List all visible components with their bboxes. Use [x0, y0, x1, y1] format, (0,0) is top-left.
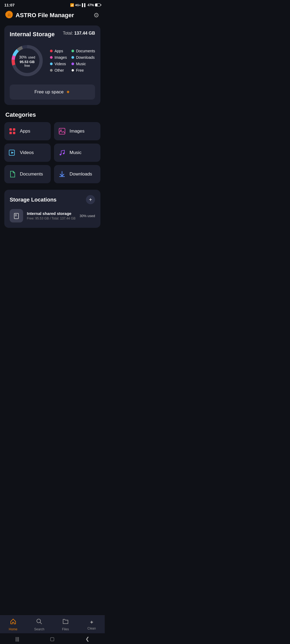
svg-rect-10 [59, 128, 65, 134]
search-nav-label: Search [34, 627, 44, 631]
legend-videos: Videos [50, 62, 67, 66]
clean-nav-icon: ✦ [89, 619, 94, 625]
storage-item-sub: Free: 95.53 GB / Total: 137.44 GB [27, 217, 76, 220]
battery-percent: 47% [88, 3, 94, 7]
storage-total: Total: 137.44 GB [63, 31, 95, 36]
category-music[interactable]: Music [54, 144, 100, 162]
downloads-label: Downloads [70, 171, 92, 177]
svg-marker-13 [11, 152, 14, 154]
legend-images: Images [50, 55, 67, 60]
videos-icon [9, 149, 16, 156]
storage-item-info: Internal shared storage Free: 95.53 GB /… [27, 211, 76, 220]
storage-item-name: Internal shared storage [27, 211, 76, 216]
category-images[interactable]: Images [54, 122, 100, 140]
wifi-icon: 📶 [70, 3, 74, 7]
music-icon [58, 149, 66, 156]
battery-icon [95, 3, 100, 6]
free-up-space-button[interactable]: Free up space ✦ [10, 85, 95, 100]
sparkle-icon: ✦ [66, 89, 70, 95]
internal-storage-card: Internal Storage Total: 137.44 GB [4, 25, 100, 105]
files-nav-label: Files [62, 627, 69, 631]
status-time: 11:07 [4, 3, 15, 7]
free-up-label: Free up space [34, 89, 64, 95]
android-nav-bar: ||| ▢ ❮ [0, 633, 105, 644]
svg-rect-6 [9, 128, 12, 131]
back-button[interactable]: ❮ [85, 636, 89, 642]
settings-button[interactable]: ⚙ [93, 12, 99, 19]
bottom-navigation: Home Search Files ✦ Clean [0, 615, 105, 633]
images-label: Images [70, 129, 85, 134]
nav-files[interactable]: Files [52, 616, 79, 633]
storage-item-icon [10, 209, 23, 222]
storage-title: Internal Storage [10, 31, 55, 38]
apps-label: Apps [20, 129, 30, 134]
donut-free: 95.53 GB free [19, 60, 35, 68]
home-label: Home [9, 627, 17, 631]
header-left: 🅐 ASTRO File Manager [5, 12, 74, 19]
categories-title: Categories [5, 111, 99, 118]
home-icon [10, 618, 16, 626]
recents-button[interactable]: ||| [15, 636, 19, 642]
add-storage-button[interactable]: + [86, 195, 95, 204]
legend-other: Other [50, 68, 67, 72]
legend-downloads: Downloads [71, 55, 95, 60]
legend-free: Free [71, 68, 95, 72]
nav-home[interactable]: Home [0, 616, 26, 633]
search-nav-icon [36, 618, 42, 626]
app-title: ASTRO File Manager [16, 12, 74, 19]
legend-documents: Documents [71, 49, 95, 53]
storage-chart-area: 30% used 95.53 GB free Apps Documents [10, 43, 95, 78]
donut-center-text: 30% used 95.53 GB free [19, 54, 35, 68]
images-icon [58, 127, 66, 135]
svg-rect-9 [13, 132, 15, 134]
documents-label: Documents [20, 171, 43, 177]
status-right: 📶 4G+ ▌▌ 47% [70, 3, 100, 7]
signal-bars: ▌▌ [82, 3, 86, 7]
status-bar: 11:07 📶 4G+ ▌▌ 47% [0, 0, 105, 9]
network-speed: 4G+ [75, 3, 81, 7]
files-nav-icon [62, 618, 69, 626]
app-header: 🅐 ASTRO File Manager ⚙ [0, 9, 105, 23]
storage-header: Internal Storage Total: 137.44 GB [10, 31, 95, 38]
category-downloads[interactable]: Downloads [54, 165, 100, 183]
storage-legend: Apps Documents Images Downloads Videos M… [50, 49, 95, 72]
documents-icon [9, 170, 16, 178]
category-documents[interactable]: Documents [4, 165, 51, 183]
downloads-icon [58, 170, 66, 178]
donut-percent: 30% used [19, 54, 35, 60]
storage-item-usage: 30% used [79, 214, 95, 218]
svg-point-11 [60, 130, 62, 131]
nav-search[interactable]: Search [26, 616, 53, 633]
storage-donut-chart: 30% used 95.53 GB free [10, 43, 45, 78]
storage-locations-title: Storage Locations [10, 197, 56, 203]
storage-locations-header: Storage Locations + [10, 195, 95, 204]
legend-apps: Apps [50, 49, 67, 53]
apps-icon [9, 127, 16, 135]
videos-label: Videos [20, 150, 34, 155]
svg-rect-7 [13, 128, 15, 131]
category-videos[interactable]: Videos [4, 144, 51, 162]
app-logo-icon: 🅐 [5, 12, 13, 19]
storage-location-item[interactable]: Internal shared storage Free: 95.53 GB /… [10, 209, 95, 222]
home-button[interactable]: ▢ [50, 636, 55, 642]
legend-music: Music [71, 62, 95, 66]
categories-grid: Apps Images Videos Musi [0, 122, 105, 183]
music-label: Music [70, 150, 81, 155]
clean-nav-label: Clean [88, 627, 96, 630]
nav-clean[interactable]: ✦ Clean [79, 616, 105, 633]
svg-rect-8 [9, 132, 12, 134]
category-apps[interactable]: Apps [4, 122, 51, 140]
svg-rect-15 [15, 214, 16, 216]
storage-locations-card: Storage Locations + Internal shared stor… [4, 190, 100, 228]
